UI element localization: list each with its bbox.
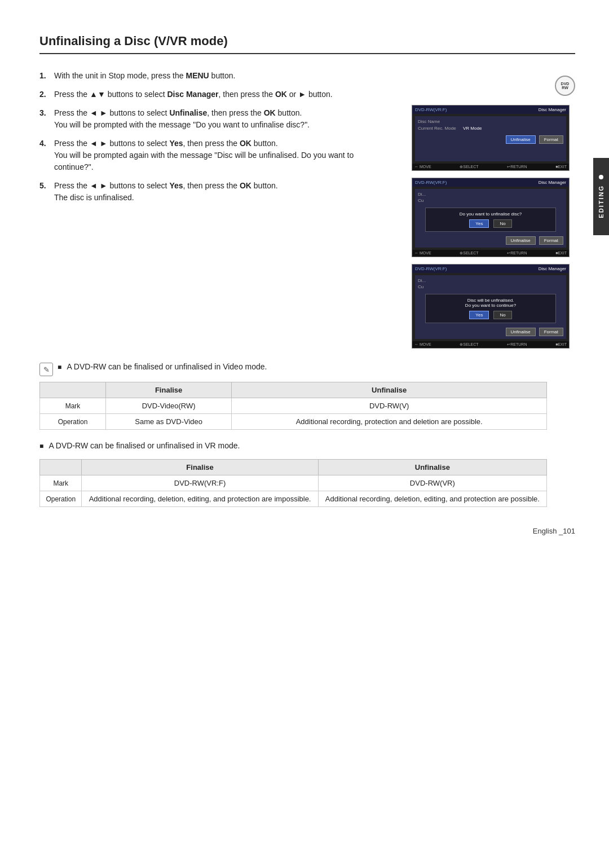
note-icon-symbol: ✎ [43, 365, 50, 374]
screen1-body: Disc Name Current Rec. Mode VR Mode Unfi… [415, 116, 566, 161]
screen3-btn-format[interactable]: Format [539, 328, 563, 336]
screen3-cu-label: Cu [418, 284, 563, 289]
screen3-footer-select: ⊕SELECT [460, 342, 478, 347]
screen1-footer: ↔ MOVE ⊕SELECT ↩RETURN ■EXIT [412, 164, 569, 170]
note-text: ■ A DVD-RW can be finalised or unfinalis… [58, 362, 267, 371]
screen3-disc-label: Di... [418, 278, 563, 283]
table1-section: Finalise Unfinalise Mark DVD-Video(RW) D… [39, 382, 547, 430]
table2-row-mark: Mark DVD-RW(VR:F) DVD-RW(VR) [40, 475, 547, 491]
screen2-dialog-buttons: Yes No [431, 219, 550, 228]
screen2-bottom-buttons: Unfinalise Format [418, 236, 563, 245]
screen3-btn-unfinalise[interactable]: Unfinalise [506, 328, 536, 336]
table2-th-empty [40, 460, 82, 475]
screen1-btn-unfinalise[interactable]: Unfinalise [506, 135, 536, 144]
screen3-btn-no[interactable]: No [493, 311, 511, 319]
screen3-btn-yes[interactable]: Yes [469, 311, 489, 319]
dvd-screen-1: DVD-RW(VR:F) Disc Manager Disc Name Curr… [412, 105, 570, 171]
table1-header-row: Finalise Unfinalise [40, 382, 547, 398]
content-area: 1. With the unit in Stop mode, press the… [39, 70, 575, 349]
screen1-footer-exit: ■EXIT [555, 165, 567, 169]
table1-row-mark: Mark DVD-Video(RW) DVD-RW(V) [40, 398, 547, 414]
tab-label: EDITING [598, 185, 604, 218]
step-2-text: Press the ▲▼ buttons to select Disc Mana… [54, 89, 395, 100]
screen2-btn-unfinalise[interactable]: Unfinalise [506, 236, 536, 245]
screen3-footer-exit: ■EXIT [555, 342, 567, 347]
dvd-rw-badge: DVD RW [555, 76, 575, 96]
screen1-header-left: DVD-RW(VR:F) [415, 107, 447, 112]
screen1-value-recmode: VR Mode [463, 126, 482, 131]
note2-bullet-char: ■ [39, 442, 43, 450]
step-3-text: Press the ◄ ► buttons to select Unfinali… [54, 107, 395, 131]
screen1-header: DVD-RW(VR:F) Disc Manager [412, 105, 569, 114]
screen1-footer-move: ↔ MOVE [414, 165, 431, 169]
table1-cell-op-unfinalise: Additional recording, protection and del… [232, 414, 547, 430]
table2-th-finalise: Finalise [82, 460, 318, 475]
screen2-header-left: DVD-RW(VR:F) [415, 180, 447, 185]
step-1-text: With the unit in Stop mode, press the ME… [54, 70, 395, 82]
step-5: 5. Press the ◄ ► buttons to select Yes, … [39, 180, 395, 204]
screen3-dialog-buttons: Yes No [431, 311, 550, 319]
screen2-footer-move: ↔ MOVE [414, 251, 431, 255]
table1-cell-mark-finalise: DVD-Video(RW) [105, 398, 231, 414]
screen3-dialog: Disc will be unfinalised.Do you want to … [425, 294, 556, 323]
screen2-btn-yes[interactable]: Yes [469, 219, 489, 228]
screen3-footer-move: ↔ MOVE [414, 342, 431, 347]
table2-cell-mark-label: Mark [40, 475, 82, 491]
step-5-text: Press the ◄ ► buttons to select Yes, the… [54, 180, 395, 204]
step-3-sub: You will be prompted with the message "D… [54, 120, 310, 129]
dvd-screen-2: DVD-RW(VR:F) Disc Manager Di... Cu Do yo… [412, 178, 570, 257]
step-3: 3. Press the ◄ ► buttons to select Unfin… [39, 107, 395, 131]
dvd-screen-3: DVD-RW(VR:F) Disc Manager Di... Cu Disc … [412, 264, 570, 349]
screen2-footer: ↔ MOVE ⊕SELECT ↩RETURN ■EXIT [412, 250, 569, 257]
screen3-footer: ↔ MOVE ⊕SELECT ↩RETURN ■EXIT [412, 341, 569, 348]
steps-column: 1. With the unit in Stop mode, press the… [39, 70, 395, 349]
table1-th-empty [40, 382, 106, 398]
table2-section: Finalise Unfinalise Mark DVD-RW(VR:F) DV… [39, 459, 547, 507]
dvd-badge-line2: RW [562, 86, 568, 90]
step-1-number: 1. [39, 70, 50, 82]
screen3-header-right: Disc Manager [539, 266, 566, 271]
screen3-body: Di... Cu Disc will be unfinalised.Do you… [415, 275, 566, 339]
table1-cell-mark-unfinalise: DVD-RW(V) [232, 398, 547, 414]
screen1-btn-format[interactable]: Format [539, 135, 563, 144]
screen3-footer-return: ↩RETURN [507, 342, 527, 347]
note2-section: ■ A DVD-RW can be finalised or unfinalis… [39, 441, 434, 450]
step-4-number: 4. [39, 138, 50, 173]
screen2-cu-label: Cu [418, 198, 563, 203]
screen3-dialog-text: Disc will be unfinalised.Do you want to … [431, 298, 550, 308]
screen1-footer-select: ⊕SELECT [460, 165, 478, 169]
note2-content: A DVD-RW can be finalised or unfinalised… [48, 441, 240, 450]
screen3-header-left: DVD-RW(VR:F) [415, 266, 447, 271]
note-section: ✎ ■ A DVD-RW can be finalised or unfinal… [39, 362, 423, 376]
table1: Finalise Unfinalise Mark DVD-Video(RW) D… [39, 382, 547, 430]
screen1-buttons: Unfinalise Format [418, 135, 563, 144]
table2-cell-op-unfinalise: Additional recording, deletion, editing,… [318, 491, 546, 507]
table2-th-unfinalise: Unfinalise [318, 460, 546, 475]
step-2: 2. Press the ▲▼ buttons to select Disc M… [39, 89, 395, 100]
screen2-header: DVD-RW(VR:F) Disc Manager [412, 178, 569, 187]
table2-cell-op-finalise: Additional recording, deletion, editing,… [82, 491, 318, 507]
table1-cell-op-label: Operation [40, 414, 106, 430]
step-3-number: 3. [39, 107, 50, 131]
screen1-label-recmode: Current Rec. Mode [418, 126, 463, 131]
step-4: 4. Press the ◄ ► buttons to select Yes, … [39, 138, 395, 173]
screens-column: DVD RW DVD-RW(VR:F) Disc Manager Disc Na… [412, 70, 575, 349]
page-footer: English _101 [533, 527, 575, 535]
screen2-header-right: Disc Manager [539, 180, 566, 185]
step-1: 1. With the unit in Stop mode, press the… [39, 70, 395, 82]
table1-row-operation: Operation Same as DVD-Video Additional r… [40, 414, 547, 430]
screen3-bottom-buttons: Unfinalise Format [418, 328, 563, 336]
page-title: Unfinalising a Disc (V/VR mode) [39, 34, 575, 54]
screen2-body: Di... Cu Do you want to unfinalise disc?… [415, 189, 566, 248]
screen2-btn-no[interactable]: No [493, 219, 511, 228]
dvd-badge-line1: DVD [561, 82, 570, 86]
note-bullet-char: ■ [58, 363, 61, 371]
step-5-number: 5. [39, 180, 50, 204]
screen1-row-recmode: Current Rec. Mode VR Mode [418, 126, 563, 131]
screen2-btn-format[interactable]: Format [539, 236, 563, 245]
table2-row-operation: Operation Additional recording, deletion… [40, 491, 547, 507]
screen2-disc-label: Di... [418, 192, 563, 197]
table1-cell-mark-label: Mark [40, 398, 106, 414]
screen3-header: DVD-RW(VR:F) Disc Manager [412, 265, 569, 273]
table2-cell-mark-finalise: DVD-RW(VR:F) [82, 475, 318, 491]
